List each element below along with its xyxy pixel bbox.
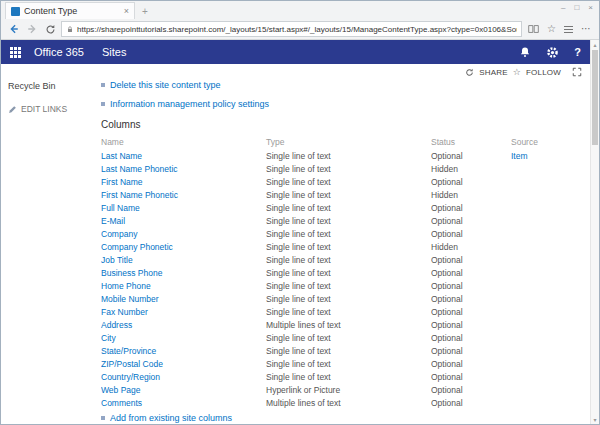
- follow-button[interactable]: FOLLOW: [526, 68, 561, 77]
- column-status-cell: Optional: [431, 201, 511, 214]
- column-status-cell: Optional: [431, 227, 511, 240]
- delete-content-type-row: Delete this site content type: [101, 80, 578, 90]
- column-source-cell: [511, 188, 579, 201]
- settings-gear-icon[interactable]: [546, 46, 559, 59]
- follow-star-icon: ☆: [513, 67, 521, 77]
- column-row: Last NameSingle line of textOptionalItem: [101, 149, 579, 162]
- column-type-cell: Single line of text: [266, 201, 431, 214]
- policy-settings-row: Information management policy settings: [101, 99, 578, 109]
- refresh-button[interactable]: [43, 22, 57, 36]
- column-name-link[interactable]: Company Phonetic: [101, 242, 173, 252]
- column-name-cell: Fax Number: [101, 305, 266, 318]
- close-button[interactable]: ×: [588, 3, 593, 13]
- focus-on-content-button[interactable]: [572, 67, 582, 77]
- column-type-cell: Single line of text: [266, 357, 431, 370]
- column-type-cell: Multiple lines of text: [266, 318, 431, 331]
- sidebar-recycle-bin[interactable]: Recycle Bin: [8, 81, 98, 91]
- add-existing-columns-link[interactable]: Add from existing site columns: [110, 413, 232, 423]
- minimize-button[interactable]: –: [561, 3, 565, 13]
- column-name-link[interactable]: Last Name: [101, 151, 142, 161]
- reading-view-icon[interactable]: [526, 24, 541, 34]
- column-name-cell: Last Name: [101, 149, 266, 162]
- column-source-cell: [511, 318, 579, 331]
- column-row: ZIP/Postal CodeSingle line of textOption…: [101, 357, 579, 370]
- columns-table-body: Last NameSingle line of textOptionalItem…: [101, 149, 579, 409]
- scrollbar-thumb[interactable]: [592, 50, 598, 145]
- policy-settings-link[interactable]: Information management policy settings: [110, 99, 269, 109]
- column-row: First NameSingle line of textOptional: [101, 175, 579, 188]
- column-name-link[interactable]: Full Name: [101, 203, 140, 213]
- column-row: Country/RegionSingle line of textOptiona…: [101, 370, 579, 383]
- column-name-link[interactable]: ZIP/Postal Code: [101, 359, 163, 369]
- column-name-link[interactable]: Mobile Number: [101, 294, 159, 304]
- address-bar[interactable]: https://sharepointtutorials.sharepoint.c…: [61, 21, 522, 37]
- column-name-link[interactable]: State/Province: [101, 346, 156, 356]
- delete-content-type-link[interactable]: Delete this site content type: [110, 80, 221, 90]
- notifications-bell-icon[interactable]: [519, 46, 531, 58]
- column-name-link[interactable]: Comments: [101, 398, 142, 408]
- column-row: Full NameSingle line of textOptional: [101, 201, 579, 214]
- column-type-cell: Multiple lines of text: [266, 396, 431, 409]
- columns-table: Name Type Status Source Last NameSingle …: [101, 134, 579, 409]
- column-name-link[interactable]: Home Phone: [101, 281, 151, 291]
- column-row: CitySingle line of textOptional: [101, 331, 579, 344]
- command-bar: SHARE ☆ FOLLOW: [465, 67, 582, 77]
- column-status-cell: Optional: [431, 383, 511, 396]
- column-name-link[interactable]: Country/Region: [101, 372, 160, 382]
- scroll-up-icon[interactable]: ▴: [591, 41, 599, 48]
- column-type-cell: Single line of text: [266, 344, 431, 357]
- column-name-link[interactable]: Last Name Phonetic: [101, 164, 178, 174]
- column-type-cell: Single line of text: [266, 227, 431, 240]
- column-name-link[interactable]: City: [101, 333, 116, 343]
- sites-nav-item[interactable]: Sites: [102, 46, 126, 58]
- tab-close-icon[interactable]: ×: [124, 7, 129, 16]
- office365-brand[interactable]: Office 365: [34, 46, 84, 58]
- more-icon[interactable]: ⋯: [579, 23, 593, 35]
- column-name-cell: Company: [101, 227, 266, 240]
- new-tab-button[interactable]: +: [138, 5, 152, 19]
- column-name-link[interactable]: First Name: [101, 177, 143, 187]
- column-name-cell: Last Name Phonetic: [101, 162, 266, 175]
- maximize-button[interactable]: □: [574, 3, 579, 13]
- hub-icon[interactable]: [562, 26, 575, 33]
- column-name-link[interactable]: Company: [101, 229, 137, 239]
- column-name-link[interactable]: Job Title: [101, 255, 133, 265]
- column-source-link[interactable]: Item: [511, 151, 528, 161]
- share-button[interactable]: SHARE: [479, 68, 508, 77]
- column-header-type: Type: [266, 134, 431, 149]
- column-name-cell: City: [101, 331, 266, 344]
- column-name-link[interactable]: Address: [101, 320, 132, 330]
- column-name-link[interactable]: Web Page: [101, 385, 141, 395]
- column-name-link[interactable]: E-Mail: [101, 216, 125, 226]
- sidebar-edit-links[interactable]: EDIT LINKS: [8, 104, 98, 114]
- column-name-cell: Company Phonetic: [101, 240, 266, 253]
- column-row: CommentsMultiple lines of textOptional: [101, 396, 579, 409]
- columns-table-header-row: Name Type Status Source: [101, 134, 579, 149]
- column-type-cell: Single line of text: [266, 305, 431, 318]
- column-status-cell: Optional: [431, 396, 511, 409]
- column-name-link[interactable]: Business Phone: [101, 268, 162, 278]
- vertical-scrollbar[interactable]: ▴ ▾: [590, 40, 599, 424]
- column-status-cell: Optional: [431, 344, 511, 357]
- help-button[interactable]: ?: [574, 46, 581, 58]
- lock-icon: [66, 25, 74, 34]
- favorites-star-icon[interactable]: ☆: [545, 23, 558, 35]
- window-controls: – □ ×: [561, 3, 593, 13]
- column-type-cell: Single line of text: [266, 279, 431, 292]
- browser-tab[interactable]: Content Type ×: [5, 2, 135, 19]
- scroll-down-icon[interactable]: ▾: [591, 416, 599, 423]
- column-name-cell: Address: [101, 318, 266, 331]
- column-source-cell: [511, 201, 579, 214]
- column-row: CompanySingle line of textOptional: [101, 227, 579, 240]
- back-button[interactable]: [7, 22, 21, 36]
- main-content: Delete this site content type Informatio…: [101, 80, 578, 423]
- column-name-link[interactable]: First Name Phonetic: [101, 190, 178, 200]
- column-name-link[interactable]: Fax Number: [101, 307, 148, 317]
- column-type-cell: Single line of text: [266, 162, 431, 175]
- bullet-icon: [101, 83, 105, 87]
- column-type-cell: Single line of text: [266, 175, 431, 188]
- column-header-source: Source: [511, 134, 579, 149]
- app-launcher-icon[interactable]: [10, 47, 21, 58]
- forward-button[interactable]: [25, 22, 39, 36]
- column-status-cell: Optional: [431, 370, 511, 383]
